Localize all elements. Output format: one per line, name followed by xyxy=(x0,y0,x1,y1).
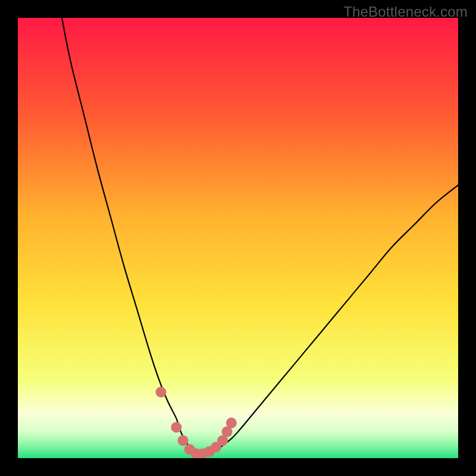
plot-area xyxy=(18,18,458,458)
data-marker xyxy=(178,435,189,446)
data-marker xyxy=(171,422,181,433)
chart-frame: TheBottleneck.com xyxy=(0,0,476,476)
gradient-background xyxy=(18,18,458,458)
chart-svg xyxy=(18,18,458,458)
data-marker xyxy=(156,387,167,397)
data-marker xyxy=(226,418,237,428)
